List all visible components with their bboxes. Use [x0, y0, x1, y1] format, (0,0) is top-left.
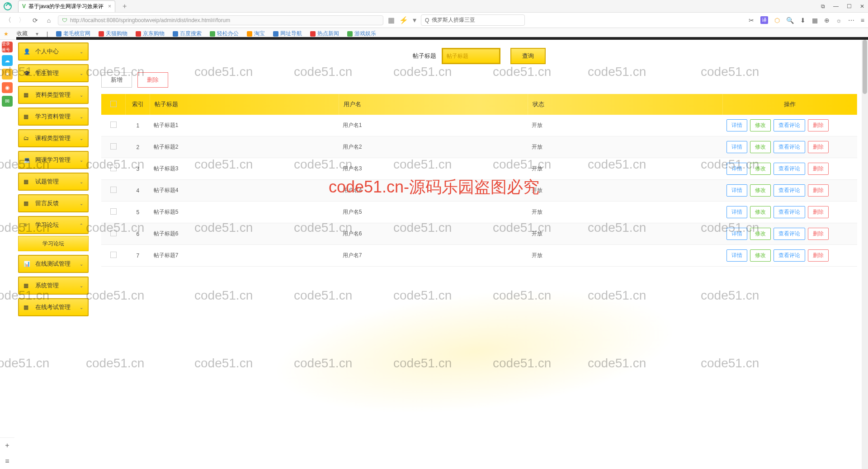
row-checkbox[interactable]	[110, 143, 117, 150]
more-icon[interactable]: ⋯	[848, 17, 854, 24]
row-checkbox[interactable]	[110, 122, 117, 128]
magnify-icon[interactable]: 🔍	[786, 17, 794, 24]
detail-button[interactable]: 详情	[726, 119, 747, 131]
row-delete-button[interactable]: 删除	[808, 228, 829, 240]
row-checkbox[interactable]	[110, 208, 117, 215]
bookmark-7[interactable]: 热点新闻	[310, 30, 339, 38]
edit-button[interactable]: 修改	[750, 228, 771, 240]
shield2-icon[interactable]: ⬡	[774, 17, 780, 24]
dock-login[interactable]: 登录账号	[2, 42, 13, 52]
view-comments-button[interactable]: 查看评论	[774, 249, 805, 262]
dock-item-1[interactable]: ☁	[2, 55, 13, 66]
sidebar-item-5[interactable]: 💻网课学习管理⌄	[18, 151, 89, 169]
reload-button[interactable]: ⟳	[31, 16, 40, 25]
row-checkbox[interactable]	[110, 165, 117, 171]
detail-button[interactable]: 详情	[726, 184, 747, 197]
edit-button[interactable]: 修改	[750, 206, 771, 218]
row-checkbox[interactable]	[110, 230, 117, 236]
new-tab-button[interactable]: +	[123, 2, 127, 10]
sidebar-item-8[interactable]: ≡学习论坛⌄	[18, 216, 89, 234]
close-icon[interactable]: ×	[108, 3, 111, 9]
sidebar-item-1[interactable]: 🎓学生管理⌄	[18, 64, 89, 82]
sidebar-item-7[interactable]: ▦留言反馈⌄	[18, 194, 89, 212]
back-button[interactable]: 〈	[4, 16, 13, 25]
url-input[interactable]: 🛡 http://localhost:8080/springbootwveip/…	[58, 15, 383, 25]
dock-menu-icon[interactable]: ≡	[5, 457, 9, 465]
sidebar-item-11[interactable]: ▦在线考试管理⌄	[18, 298, 89, 316]
menu-icon[interactable]: ≡	[861, 17, 864, 24]
browser-search[interactable]: Q 俄罗斯人挤爆三亚	[421, 14, 525, 26]
forward-button[interactable]: 〉	[17, 16, 26, 25]
edit-button[interactable]: 修改	[750, 184, 771, 197]
minimize-icon[interactable]: —	[833, 3, 839, 9]
bookmark-3[interactable]: 百度搜索	[173, 30, 202, 38]
sidebar-item-10[interactable]: ▦系统管理⌄	[18, 277, 89, 295]
dock-item-3[interactable]: ◉	[2, 82, 13, 93]
bookmark-8[interactable]: 游戏娱乐	[347, 30, 376, 38]
search-input[interactable]	[442, 48, 500, 64]
apps-icon[interactable]: ▦	[812, 17, 818, 24]
edit-button[interactable]: 修改	[750, 141, 771, 153]
scissors-icon[interactable]: ✂	[749, 17, 754, 24]
detail-button[interactable]: 详情	[726, 228, 747, 240]
download-icon[interactable]: ⬇	[800, 17, 806, 24]
bookmark-6[interactable]: 网址导航	[273, 30, 302, 38]
sidebar-item-2[interactable]: ▦资料类型管理⌄	[18, 86, 89, 104]
row-checkbox[interactable]	[110, 252, 117, 258]
view-comments-button[interactable]: 查看评论	[774, 163, 805, 175]
row-delete-button[interactable]: 删除	[808, 163, 829, 175]
edit-button[interactable]: 修改	[750, 119, 771, 131]
dock-item-4[interactable]: ✉	[2, 96, 13, 107]
query-button[interactable]: 查询	[510, 48, 546, 64]
dropdown-icon[interactable]: ▾	[413, 16, 416, 24]
sun-icon[interactable]: ☼	[836, 17, 842, 24]
select-all-checkbox[interactable]	[110, 101, 117, 107]
scrollbar[interactable]	[862, 40, 868, 469]
view-comments-button[interactable]: 查看评论	[774, 184, 805, 197]
qr-icon[interactable]: ▦	[388, 16, 395, 24]
detail-button[interactable]: 详情	[726, 249, 747, 262]
ext-icon[interactable]: ⊕	[824, 17, 830, 24]
row-delete-button[interactable]: 删除	[808, 206, 829, 218]
translate-icon[interactable]: 译	[760, 16, 768, 24]
dock-item-2[interactable]: ★	[2, 69, 13, 80]
bookmark-2[interactable]: 京东购物	[136, 30, 165, 38]
view-comments-button[interactable]: 查看评论	[774, 119, 805, 131]
sidebar-item-9[interactable]: 📊在线测试管理⌄	[18, 255, 89, 273]
sidebar-item-6[interactable]: ▦试题管理⌄	[18, 173, 89, 191]
delete-button[interactable]: 删除	[137, 72, 168, 88]
row-checkbox[interactable]	[110, 187, 117, 193]
maximize-icon[interactable]: ☐	[847, 3, 852, 9]
row-delete-button[interactable]: 删除	[808, 249, 829, 262]
flash-icon[interactable]: ⚡	[399, 16, 408, 24]
menu-label-5: 网课学习管理	[35, 156, 71, 164]
bookmark-5[interactable]: 淘宝	[247, 30, 265, 38]
view-comments-button[interactable]: 查看评论	[774, 206, 805, 218]
sidebar-item-3[interactable]: ▦学习资料管理⌄	[18, 108, 89, 126]
bookmark-4[interactable]: 轻松办公	[210, 30, 239, 38]
row-delete-button[interactable]: 删除	[808, 141, 829, 153]
sidebar-item-4[interactable]: 🗂课程类型管理⌄	[18, 129, 89, 147]
dock-add-icon[interactable]: +	[5, 441, 9, 450]
row-index: 4	[126, 180, 150, 202]
view-comments-button[interactable]: 查看评论	[774, 228, 805, 240]
window-close-icon[interactable]: ✕	[860, 3, 864, 9]
row-delete-button[interactable]: 删除	[808, 119, 829, 131]
edit-button[interactable]: 修改	[750, 249, 771, 262]
sidebar-item-0[interactable]: 👤个人中心⌄	[18, 42, 89, 61]
detail-button[interactable]: 详情	[726, 163, 747, 175]
bookmark-1[interactable]: 天猫购物	[99, 30, 127, 38]
scrollbar-thumb[interactable]	[863, 40, 867, 94]
sidebar-subitem-8[interactable]: 学习论坛	[18, 236, 89, 251]
window-tab-icon[interactable]: ⧉	[821, 3, 825, 9]
view-comments-button[interactable]: 查看评论	[774, 141, 805, 153]
edit-button[interactable]: 修改	[750, 163, 771, 175]
add-button[interactable]: 新增	[101, 72, 132, 88]
row-delete-button[interactable]: 删除	[808, 184, 829, 197]
home-button[interactable]: ⌂	[44, 16, 53, 25]
detail-button[interactable]: 详情	[726, 141, 747, 153]
bookmark-0[interactable]: 老毛桃官网	[56, 30, 90, 38]
browser-tab[interactable]: V 基于java的学生网课学习效果评 ×	[18, 0, 115, 12]
detail-button[interactable]: 详情	[726, 206, 747, 218]
bookmarks-chevron-icon[interactable]: ▾	[36, 31, 38, 37]
